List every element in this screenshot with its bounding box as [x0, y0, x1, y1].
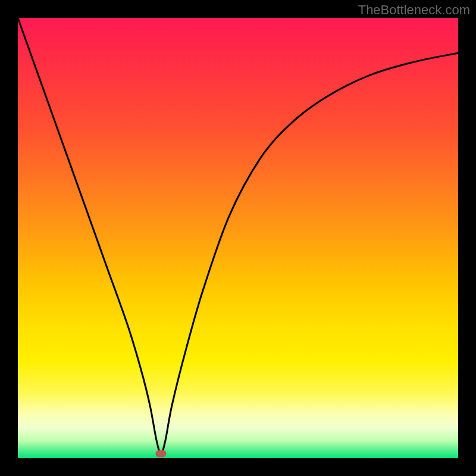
optimal-point-marker	[156, 450, 167, 458]
curve-svg	[18, 18, 458, 458]
plot-area	[18, 18, 458, 458]
watermark-text: TheBottleneck.com	[358, 2, 470, 18]
bottleneck-curve	[18, 18, 458, 454]
